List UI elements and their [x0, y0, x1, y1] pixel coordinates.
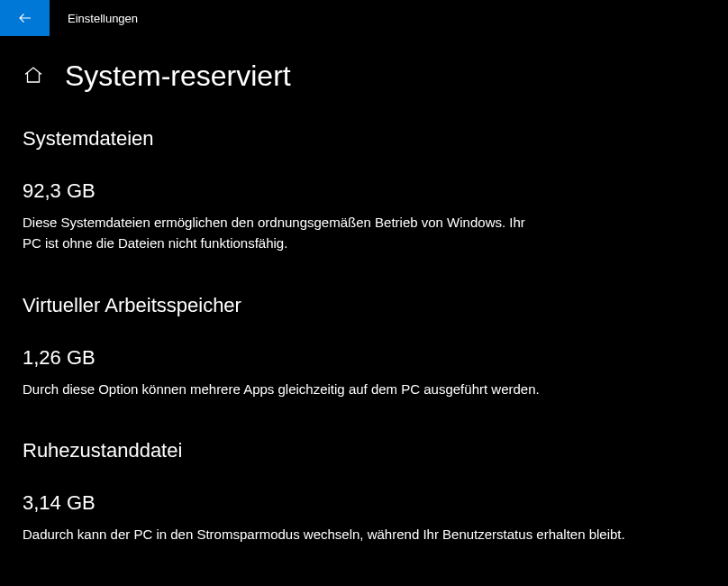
section-heading: Virtueller Arbeitsspeicher — [23, 294, 728, 317]
content: System-reserviert Systemdateien 92,3 GB … — [0, 36, 728, 545]
section-description: Dadurch kann der PC in den Stromsparmodu… — [23, 524, 725, 545]
header-row: System-reserviert — [23, 60, 728, 93]
section-description: Diese Systemdateien ermöglichen den ordn… — [23, 212, 527, 254]
back-button[interactable] — [0, 0, 50, 36]
arrow-left-icon — [17, 10, 33, 26]
section-heading: Systemdateien — [23, 127, 728, 151]
section-value: 3,14 GB — [23, 491, 728, 515]
section-value: 92,3 GB — [23, 179, 728, 203]
section-heading: Ruhezustanddatei — [23, 439, 728, 462]
titlebar: Einstellungen — [0, 0, 728, 36]
section-value: 1,26 GB — [23, 346, 728, 370]
section-description: Durch diese Option können mehrere Apps g… — [23, 379, 725, 399]
app-title: Einstellungen — [68, 12, 138, 25]
section-systemdateien: Systemdateien 92,3 GB Diese Systemdateie… — [23, 127, 728, 254]
home-icon[interactable] — [23, 64, 44, 89]
page-title: System-reserviert — [65, 60, 291, 93]
section-ruhezustanddatei: Ruhezustanddatei 3,14 GB Dadurch kann de… — [23, 439, 728, 545]
section-virtueller-arbeitsspeicher: Virtueller Arbeitsspeicher 1,26 GB Durch… — [23, 294, 728, 399]
